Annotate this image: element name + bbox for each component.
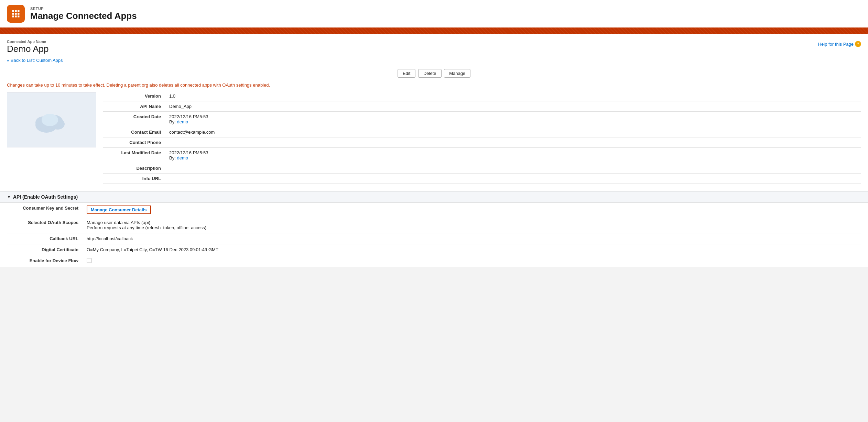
help-link[interactable]: Help for this Page ? (818, 41, 861, 47)
header-text: SETUP Manage Connected Apps (30, 7, 137, 21)
api-name-value: Demo_App (165, 101, 861, 112)
page-title: Manage Connected Apps (30, 11, 137, 21)
description-label: Description (103, 163, 165, 174)
help-link-text: Help for this Page (818, 42, 854, 47)
app-logo (7, 92, 96, 147)
delete-button[interactable]: Delete (418, 69, 442, 78)
api-name-row: API Name Demo_App (103, 101, 861, 112)
svg-rect-0 (12, 10, 14, 12)
main-content: Connected App Name Demo App Help for thi… (0, 34, 868, 267)
svg-rect-6 (12, 15, 14, 17)
created-by-link[interactable]: demo (177, 119, 188, 124)
app-title-block: Connected App Name Demo App (7, 40, 48, 54)
digital-cert-label: Digital Certificate (7, 244, 83, 255)
contact-phone-row: Contact Phone (103, 137, 861, 148)
info-url-label: Info URL (103, 174, 165, 184)
contact-email-row: Contact Email contact@example.com (103, 127, 861, 137)
modified-by-link[interactable]: demo (177, 155, 188, 160)
scope-line-2: Perform requests at any time (refresh_to… (87, 225, 857, 230)
device-flow-checkbox[interactable] (87, 258, 91, 263)
created-date-label: Created Date (103, 112, 165, 127)
detail-section: Version 1.0 API Name Demo_App Created Da… (0, 91, 868, 184)
cloud-icon (31, 106, 72, 134)
created-date-row: Created Date 2022/12/16 PM5:53 By: demo (103, 112, 861, 127)
app-icon-container (7, 5, 25, 23)
svg-point-13 (42, 114, 58, 126)
manage-consumer-button[interactable]: Manage Consumer Details (87, 206, 151, 214)
created-date-value: 2022/12/16 PM5:53 By: demo (165, 112, 861, 127)
info-url-value (165, 174, 861, 184)
svg-rect-4 (15, 13, 17, 14)
device-flow-value (83, 255, 861, 267)
description-value (165, 163, 861, 174)
oauth-table-wrapper: Consumer Key and Secret Manage Consumer … (0, 203, 868, 267)
orange-banner (0, 27, 868, 34)
version-row: Version 1.0 (103, 91, 861, 101)
help-icon: ? (855, 41, 861, 47)
callback-url-value: http://localhost/callback (83, 233, 861, 244)
digital-cert-value: O=My Company, L=Taipei City, C=TW 16 Dec… (83, 244, 861, 255)
collapse-triangle[interactable]: ▼ (7, 195, 11, 199)
last-modified-row: Last Modified Date 2022/12/16 PM5:53 By:… (103, 148, 861, 163)
callback-url-label: Callback URL (7, 233, 83, 244)
manage-button[interactable]: Manage (444, 69, 470, 78)
detail-table: Version 1.0 API Name Demo_App Created Da… (103, 91, 861, 184)
oauth-section-title: API (Enable OAuth Settings) (13, 194, 78, 200)
last-modified-label: Last Modified Date (103, 148, 165, 163)
app-name: Demo App (7, 44, 48, 54)
edit-button[interactable]: Edit (398, 69, 415, 78)
contact-email-value: contact@example.com (165, 127, 861, 137)
svg-rect-7 (15, 15, 17, 17)
apps-icon (11, 9, 21, 19)
content-header: Connected App Name Demo App Help for thi… (0, 34, 868, 56)
svg-rect-5 (18, 13, 19, 14)
svg-rect-1 (15, 10, 17, 12)
version-label: Version (103, 91, 165, 101)
oauth-section-header: ▼ API (Enable OAuth Settings) (0, 191, 868, 203)
device-flow-label: Enable for Device Flow (7, 255, 83, 267)
svg-rect-8 (18, 15, 19, 17)
scope-line-1: Manage user data via APIs (api) (87, 220, 857, 225)
description-row: Description (103, 163, 861, 174)
api-name-label: API Name (103, 101, 165, 112)
selected-scopes-row: Selected OAuth Scopes Manage user data v… (7, 217, 861, 233)
device-flow-row: Enable for Device Flow (7, 255, 861, 267)
contact-phone-label: Contact Phone (103, 137, 165, 148)
digital-cert-row: Digital Certificate O=My Company, L=Taip… (7, 244, 861, 255)
created-by-prefix: By: (169, 119, 176, 124)
help-link-block[interactable]: Help for this Page ? (818, 40, 861, 47)
header: SETUP Manage Connected Apps (0, 0, 868, 27)
version-value: 1.0 (165, 91, 861, 101)
oauth-table: Consumer Key and Secret Manage Consumer … (7, 203, 861, 267)
consumer-key-value: Manage Consumer Details (83, 203, 861, 217)
contact-email-label: Contact Email (103, 127, 165, 137)
consumer-key-label: Consumer Key and Secret (7, 203, 83, 217)
selected-scopes-label: Selected OAuth Scopes (7, 217, 83, 233)
consumer-key-row: Consumer Key and Secret Manage Consumer … (7, 203, 861, 217)
setup-label: SETUP (30, 7, 137, 11)
svg-rect-3 (12, 13, 14, 14)
back-link-container: « Back to List: Custom Apps (0, 56, 868, 66)
callback-url-row: Callback URL http://localhost/callback (7, 233, 861, 244)
warning-text: Changes can take up to 10 minutes to tak… (0, 81, 868, 91)
back-to-list-link[interactable]: « Back to List: Custom Apps (7, 58, 63, 63)
info-url-row: Info URL (103, 174, 861, 184)
connected-app-label: Connected App Name (7, 40, 48, 44)
contact-phone-value (165, 137, 861, 148)
header-wrapper: SETUP Manage Connected Apps (0, 0, 868, 34)
svg-rect-2 (18, 10, 19, 12)
modified-by-prefix: By: (169, 155, 176, 160)
selected-scopes-value: Manage user data via APIs (api) Perform … (83, 217, 861, 233)
actions-row: Edit Delete Manage (0, 66, 868, 81)
last-modified-value: 2022/12/16 PM5:53 By: demo (165, 148, 861, 163)
